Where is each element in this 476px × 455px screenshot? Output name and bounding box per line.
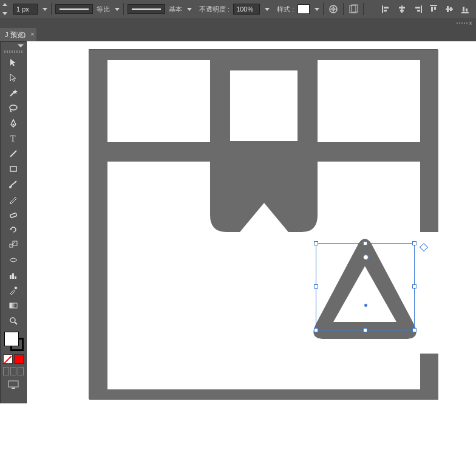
lasso-tool[interactable] bbox=[5, 101, 22, 115]
screen-mode-icon[interactable] bbox=[5, 378, 22, 391]
align-right-icon[interactable] bbox=[412, 3, 424, 15]
options-bar: 等比 基本 不透明度 : 样式 : bbox=[0, 0, 476, 18]
opacity-input[interactable] bbox=[233, 4, 260, 15]
selection-tool[interactable] bbox=[5, 56, 22, 69]
default-colors-row bbox=[3, 354, 24, 364]
divider bbox=[51, 3, 52, 15]
none-color-icon[interactable] bbox=[3, 354, 13, 364]
rectangle-tool[interactable] bbox=[5, 162, 22, 176]
svg-line-44 bbox=[15, 322, 17, 324]
svg-rect-33 bbox=[10, 213, 17, 217]
fill-color-swatch[interactable] bbox=[4, 332, 19, 346]
chevron-down-icon[interactable] bbox=[2, 12, 7, 15]
draw-inside-icon[interactable] bbox=[18, 367, 24, 375]
svg-rect-39 bbox=[12, 273, 14, 279]
collapse-icon[interactable] bbox=[18, 44, 24, 47]
column-graph-tool[interactable] bbox=[5, 269, 22, 282]
panel-handle[interactable]: × bbox=[457, 19, 474, 27]
brush-definition[interactable] bbox=[127, 4, 165, 14]
align-middle-icon[interactable] bbox=[443, 3, 455, 15]
registration-point-icon[interactable] bbox=[363, 255, 369, 260]
line-segment-tool[interactable] bbox=[5, 147, 22, 160]
svg-point-32 bbox=[9, 186, 12, 188]
color-swatch[interactable] bbox=[14, 354, 24, 364]
svg-rect-7 bbox=[384, 7, 389, 9]
svg-rect-5 bbox=[352, 5, 358, 12]
resize-handle-nw[interactable] bbox=[314, 241, 318, 245]
selection-bounding-box[interactable] bbox=[316, 243, 415, 330]
pen-tool[interactable] bbox=[5, 117, 22, 130]
artboard[interactable] bbox=[89, 49, 438, 399]
style-label: 样式 : bbox=[277, 5, 294, 14]
document-tab-label: J 预览) bbox=[5, 30, 25, 39]
svg-marker-24 bbox=[10, 59, 16, 66]
align-top-icon[interactable] bbox=[427, 3, 440, 15]
tools-panel: T bbox=[0, 41, 27, 403]
stroke-width-input[interactable] bbox=[13, 4, 38, 15]
svg-rect-38 bbox=[10, 275, 12, 279]
resize-handle-n[interactable] bbox=[363, 241, 367, 245]
eyedropper-tool[interactable] bbox=[5, 284, 22, 297]
svg-rect-22 bbox=[463, 7, 464, 12]
canvas-area[interactable] bbox=[27, 41, 476, 455]
resize-handle-e[interactable] bbox=[412, 284, 416, 289]
rotate-tool[interactable] bbox=[5, 223, 22, 236]
zoom-tool[interactable] bbox=[5, 314, 22, 327]
style-dropdown[interactable] bbox=[314, 8, 319, 11]
align-buttons-group bbox=[380, 3, 474, 15]
opacity-dropdown[interactable] bbox=[265, 8, 270, 11]
svg-rect-31 bbox=[10, 166, 16, 171]
resize-handle-s[interactable] bbox=[363, 328, 367, 332]
recolor-artwork-icon[interactable] bbox=[327, 3, 339, 15]
close-icon[interactable]: × bbox=[30, 31, 34, 38]
draw-normal-icon[interactable] bbox=[3, 367, 9, 375]
document-tab[interactable]: J 预览) × bbox=[0, 28, 36, 41]
svg-rect-10 bbox=[399, 7, 405, 9]
magic-wand-tool[interactable] bbox=[5, 86, 22, 100]
align-left-icon[interactable] bbox=[380, 3, 392, 15]
variable-width-profile[interactable] bbox=[55, 4, 93, 14]
resize-handle-ne[interactable] bbox=[412, 241, 416, 245]
divider bbox=[363, 3, 364, 15]
divider bbox=[343, 3, 344, 15]
brush-dropdown[interactable] bbox=[187, 8, 192, 11]
center-point-icon[interactable] bbox=[364, 304, 367, 307]
divider bbox=[123, 3, 124, 15]
profile-label: 等比 bbox=[97, 5, 110, 14]
stroke-width-stepper[interactable] bbox=[2, 3, 10, 15]
svg-rect-14 bbox=[417, 10, 420, 12]
panel-grip[interactable] bbox=[4, 50, 22, 53]
pencil-tool[interactable] bbox=[5, 193, 22, 206]
resize-handle-se[interactable] bbox=[412, 328, 416, 332]
eraser-tool[interactable] bbox=[5, 208, 22, 221]
svg-line-30 bbox=[10, 151, 16, 157]
draw-behind-icon[interactable] bbox=[10, 367, 16, 375]
svg-rect-19 bbox=[447, 6, 449, 12]
document-setup-icon[interactable] bbox=[347, 3, 359, 15]
width-tool[interactable] bbox=[5, 253, 22, 267]
brush-label: 基本 bbox=[169, 5, 182, 14]
profile-dropdown[interactable] bbox=[115, 8, 120, 11]
svg-rect-20 bbox=[450, 7, 452, 11]
chevron-up-icon[interactable] bbox=[2, 3, 7, 6]
svg-rect-8 bbox=[384, 10, 387, 12]
direct-selection-tool[interactable] bbox=[5, 71, 22, 84]
scale-tool[interactable] bbox=[5, 238, 22, 251]
gradient-tool[interactable] bbox=[5, 299, 22, 312]
resize-handle-w[interactable] bbox=[314, 284, 318, 289]
svg-rect-45 bbox=[8, 381, 18, 387]
svg-point-43 bbox=[10, 318, 15, 323]
graphic-style-swatch[interactable] bbox=[298, 4, 310, 14]
paintbrush-tool[interactable] bbox=[5, 177, 22, 191]
type-tool[interactable]: T bbox=[5, 132, 22, 145]
align-bottom-icon[interactable] bbox=[459, 3, 471, 15]
fill-stroke-control[interactable] bbox=[3, 330, 24, 351]
svg-rect-16 bbox=[431, 7, 433, 12]
svg-point-27 bbox=[10, 105, 17, 110]
resize-handle-sw[interactable] bbox=[314, 328, 318, 332]
svg-text:T: T bbox=[10, 134, 16, 143]
opacity-label: 不透明度 : bbox=[199, 5, 229, 14]
align-center-h-icon[interactable] bbox=[396, 3, 408, 15]
stroke-width-dropdown[interactable] bbox=[42, 8, 47, 11]
svg-rect-23 bbox=[466, 9, 467, 12]
